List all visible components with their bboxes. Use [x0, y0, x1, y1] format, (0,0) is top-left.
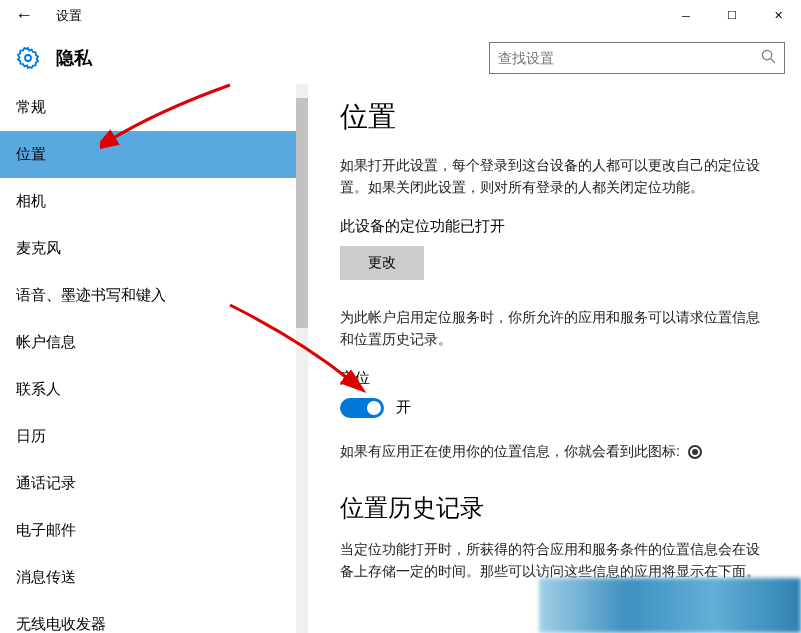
scrollbar-thumb[interactable] [296, 98, 308, 328]
intro-text: 如果打开此设置，每个登录到这台设备的人都可以更改自己的定位设置。如果关闭此设置，… [340, 154, 769, 199]
search-icon [761, 49, 776, 67]
change-button[interactable]: 更改 [340, 246, 424, 280]
toggle-label: 定位 [340, 369, 769, 388]
content-panel: 位置 如果打开此设置，每个登录到这台设备的人都可以更改自己的定位设置。如果关闭此… [308, 84, 801, 633]
sidebar-item-email[interactable]: 电子邮件 [0, 507, 308, 554]
svg-line-2 [771, 59, 776, 64]
sidebar-item-general[interactable]: 常规 [0, 84, 308, 131]
toggle-state: 开 [396, 398, 411, 417]
sidebar-item-calendar[interactable]: 日历 [0, 413, 308, 460]
back-button[interactable]: ← [0, 0, 48, 32]
sidebar-item-messaging[interactable]: 消息传送 [0, 554, 308, 601]
sidebar-item-radios[interactable]: 无线电收发器 [0, 601, 308, 633]
maximize-button[interactable]: ☐ [709, 0, 755, 32]
sidebar-item-speech[interactable]: 语音、墨迹书写和键入 [0, 272, 308, 319]
minimize-button[interactable]: ─ [663, 0, 709, 32]
location-toggle[interactable] [340, 398, 384, 418]
device-status-label: 此设备的定位功能已打开 [340, 217, 769, 236]
caption-buttons: ─ ☐ ✕ [663, 0, 801, 32]
search-box[interactable] [489, 42, 785, 74]
gear-icon [16, 46, 40, 70]
section-heading: 位置 [340, 98, 769, 136]
history-heading: 位置历史记录 [340, 492, 769, 524]
services-note: 为此帐户启用定位服务时，你所允许的应用和服务可以请求位置信息和位置历史记录。 [340, 306, 769, 351]
svg-point-1 [762, 50, 771, 59]
sidebar: 常规 位置 相机 麦克风 语音、墨迹书写和键入 帐户信息 联系人 日历 通话记录… [0, 84, 308, 633]
history-text: 当定位功能打开时，所获得的符合应用和服务条件的位置信息会在设备上存储一定的时间。… [340, 538, 769, 583]
sidebar-item-account[interactable]: 帐户信息 [0, 319, 308, 366]
sidebar-item-callhistory[interactable]: 通话记录 [0, 460, 308, 507]
titlebar: ← 设置 ─ ☐ ✕ [0, 0, 801, 32]
window-title: 设置 [56, 7, 82, 25]
page-category: 隐私 [56, 46, 92, 70]
sidebar-scrollbar[interactable] [296, 84, 308, 633]
svg-point-0 [25, 55, 31, 61]
close-button[interactable]: ✕ [755, 0, 801, 32]
sidebar-item-microphone[interactable]: 麦克风 [0, 225, 308, 272]
header: 隐私 [0, 32, 801, 84]
sidebar-item-location[interactable]: 位置 [0, 131, 308, 178]
blurred-region [539, 578, 801, 633]
sidebar-item-camera[interactable]: 相机 [0, 178, 308, 225]
sidebar-item-contacts[interactable]: 联系人 [0, 366, 308, 413]
search-input[interactable] [498, 50, 761, 66]
icon-note: 如果有应用正在使用你的位置信息，你就会看到此图标: [340, 440, 769, 462]
location-use-icon [688, 445, 702, 459]
toggle-knob [367, 401, 381, 415]
